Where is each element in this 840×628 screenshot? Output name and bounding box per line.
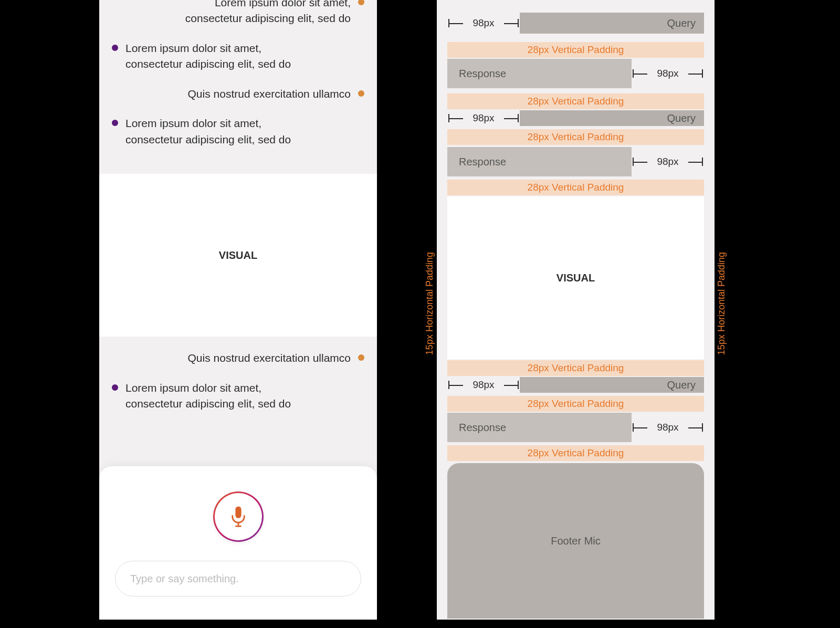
vertical-padding-band: 28px Vertical Padding [447, 396, 704, 412]
response-dot-icon [112, 45, 118, 51]
visual-label: VISUAL [219, 249, 257, 261]
horizontal-padding-label-left: 15px Horizontal Padding [424, 252, 435, 355]
gap-measure: 98px [447, 13, 520, 34]
message-response: Lorem ipsum dolor sit amet, consectetur … [99, 27, 377, 72]
visual-card: VISUAL [99, 174, 377, 337]
vertical-padding-band: 28px Vertical Padding [447, 360, 704, 376]
footer-mic-panel [99, 466, 377, 620]
gap-measure: 98px [632, 147, 704, 176]
vertical-padding-band: 28px Vertical Padding [447, 129, 704, 145]
message-text: Quis nostrud exercitation ullamco [188, 86, 351, 102]
response-box: Response [447, 147, 632, 176]
spec-query-row: 98px Query [447, 110, 704, 126]
spec-query-row: 98px Query [447, 377, 704, 393]
vertical-padding-band: 28px Vertical Padding [447, 445, 704, 461]
message-query: Quis nostrud exercitation ullamco [99, 72, 377, 102]
spec-response-row: Response 98px [447, 59, 704, 88]
query-box: Query [520, 110, 704, 126]
svg-rect-0 [235, 506, 241, 518]
query-box: Query [520, 13, 704, 34]
mic-button[interactable] [213, 491, 264, 542]
horizontal-padding-label-right: 15px Horizontal Padding [716, 252, 727, 355]
response-box: Response [447, 413, 632, 442]
mic-icon [229, 506, 247, 528]
message-query: Lorem ipsum dolor sit amet, consectetur … [99, 0, 377, 27]
message-query: Quis nostrud exercitation ullamco [99, 337, 377, 366]
vertical-padding-band: 28px Vertical Padding [447, 42, 704, 58]
gap-measure: 98px [447, 110, 520, 126]
spec-response-row: Response 98px [447, 413, 704, 442]
response-dot-icon [112, 384, 118, 391]
response-dot-icon [112, 120, 118, 126]
conversation-upper: Lorem ipsum dolor sit amet, consectetur … [99, 0, 377, 148]
message-text: Quis nostrud exercitation ullamco [188, 350, 351, 366]
query-dot-icon [358, 354, 364, 361]
message-text: Lorem ipsum dolor sit amet, consectetur … [172, 0, 351, 27]
query-dot-icon [358, 90, 364, 97]
spec-response-row: Response 98px [447, 147, 704, 176]
message-response: Lorem ipsum dolor sit amet, consectetur … [99, 367, 377, 412]
response-box: Response [447, 59, 632, 88]
message-text: Lorem ipsum dolor sit amet, consectetur … [125, 40, 304, 72]
visual-label: VISUAL [556, 272, 595, 284]
gap-measure: 98px [632, 59, 704, 88]
message-response: Lorem ipsum dolor sit amet, consectetur … [99, 102, 377, 148]
message-text: Lorem ipsum dolor sit amet, consectetur … [125, 116, 304, 148]
conversation-lower: Quis nostrud exercitation ullamco Lorem … [99, 337, 377, 412]
phone-mockup-spec: 15px Horizontal Padding 15px Horizontal … [437, 0, 715, 620]
phone-mockup-rendered: Lorem ipsum dolor sit amet, consectetur … [99, 0, 377, 620]
text-input[interactable] [115, 561, 361, 596]
spec-query-row: 98px Query [447, 13, 704, 34]
query-box: Query [520, 377, 704, 393]
gap-measure: 98px [447, 377, 520, 393]
footer-mic-label: Footer Mic [551, 535, 600, 547]
query-dot-icon [358, 0, 364, 5]
visual-card-spec: VISUAL [447, 196, 704, 359]
vertical-padding-band: 28px Vertical Padding [447, 93, 704, 109]
message-text: Lorem ipsum dolor sit amet, consectetur … [125, 380, 304, 412]
vertical-padding-band: 28px Vertical Padding [447, 180, 704, 195]
gap-measure: 98px [632, 413, 704, 442]
footer-mic-box: Footer Mic [447, 463, 704, 619]
